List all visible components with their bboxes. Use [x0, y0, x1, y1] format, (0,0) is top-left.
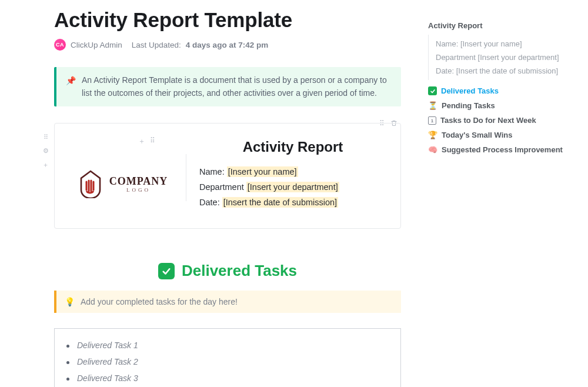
delivered-tip-callout: 💡 Add your completed tasks for the day h…: [54, 291, 401, 313]
brain-icon: 🧠: [428, 145, 437, 154]
outline-subitems: Name: [Insert your name] Department [Ins…: [428, 35, 576, 80]
delivered-tasks-list[interactable]: Delivered Task 1 Delivered Task 2 Delive…: [54, 328, 401, 387]
outline-item-delivered[interactable]: Delivered Tasks: [428, 84, 576, 98]
outline-item-label: Tasks to Do for Next Week: [440, 116, 536, 125]
outline-item-label: Pending Tasks: [442, 101, 495, 110]
last-updated-label: Last Updated:: [132, 41, 181, 49]
field-name-row[interactable]: Name: [Insert your name]: [199, 167, 386, 176]
field-department-label: Department: [199, 182, 246, 192]
outline-subitem[interactable]: Department [Insert your department]: [436, 51, 576, 64]
list-item[interactable]: Delivered Task 2: [66, 353, 389, 370]
outline-title[interactable]: Activity Report: [428, 21, 576, 30]
add-column-icon[interactable]: ＋: [138, 136, 145, 146]
lightbulb-icon: 💡: [65, 297, 75, 306]
outline-item-nextweek[interactable]: Tasks to Do for Next Week: [428, 113, 576, 128]
outline-subitem[interactable]: Date: [Insert the date of submission]: [436, 64, 576, 78]
pushpin-icon: 📌: [66, 75, 76, 99]
block-gutter: ⠿ ⚙ ＋: [42, 134, 49, 169]
field-date-placeholder[interactable]: [Insert the date of submission]: [222, 197, 338, 208]
field-department-placeholder[interactable]: [Insert your department]: [246, 182, 339, 192]
card-heading: Activity Report: [199, 139, 386, 155]
outline-item-wins[interactable]: 🏆 Today's Small Wins: [428, 128, 576, 142]
page-title: Activity Report Template: [54, 8, 401, 32]
company-logo: COMPANY LOGO: [79, 170, 168, 198]
outline-item-label: Suggested Process Improvement: [442, 145, 563, 154]
byline: CA ClickUp Admin Last Updated: 4 days ag…: [54, 39, 401, 51]
vertical-divider: [186, 154, 186, 201]
outline-item-process[interactable]: 🧠 Suggested Process Improvement: [428, 142, 576, 157]
outline-item-label: Today's Small Wins: [442, 131, 513, 139]
list-item[interactable]: Delivered Task 3: [66, 370, 389, 386]
intro-callout-text: An Activity Report Template is a documen…: [82, 74, 392, 99]
field-name-placeholder[interactable]: [Insert your name]: [227, 166, 298, 177]
block-settings-icon[interactable]: ⚙: [43, 147, 49, 155]
company-logo-text: COMPANY: [109, 176, 168, 186]
field-department-row[interactable]: Department [Insert your department]: [199, 182, 386, 192]
activity-report-card: ＋ ⠿ COMPANY LOGO: [54, 123, 401, 229]
field-date-label: Date:: [199, 198, 222, 207]
hourglass-icon: ⏳: [428, 101, 437, 110]
outline-item-label: Delivered Tasks: [441, 86, 499, 95]
author-avatar[interactable]: CA: [54, 39, 66, 51]
company-logo-subtext: LOGO: [109, 188, 168, 193]
company-logo-icon: [79, 170, 102, 198]
outline-sidebar: Activity Report Name: [Insert your name]…: [428, 21, 576, 157]
add-block-icon[interactable]: ＋: [42, 161, 49, 169]
field-name-label: Name:: [199, 167, 227, 176]
list-item[interactable]: Delivered Task 1: [66, 337, 389, 353]
delivered-tasks-heading: Delivered Tasks: [54, 262, 401, 280]
delivered-tasks-title: Delivered Tasks: [182, 262, 297, 280]
calendar-icon: [428, 116, 436, 125]
delivered-tip-text: Add your completed tasks for the day her…: [81, 297, 238, 306]
author-name[interactable]: ClickUp Admin: [71, 41, 122, 49]
trophy-icon: 🏆: [428, 131, 437, 139]
last-updated-value: 4 days ago at 7:42 pm: [186, 41, 268, 49]
check-square-icon: [428, 86, 437, 95]
check-badge-icon: [158, 263, 175, 279]
outline-item-pending[interactable]: ⏳ Pending Tasks: [428, 98, 576, 113]
intro-callout: 📌 An Activity Report Template is a docum…: [54, 67, 401, 106]
field-date-row[interactable]: Date: [Insert the date of submission]: [199, 198, 386, 207]
drag-handle-icon[interactable]: ⠿: [44, 134, 48, 141]
drag-handle-icon[interactable]: ⠿: [150, 136, 155, 146]
outline-subitem[interactable]: Name: [Insert your name]: [436, 37, 576, 51]
